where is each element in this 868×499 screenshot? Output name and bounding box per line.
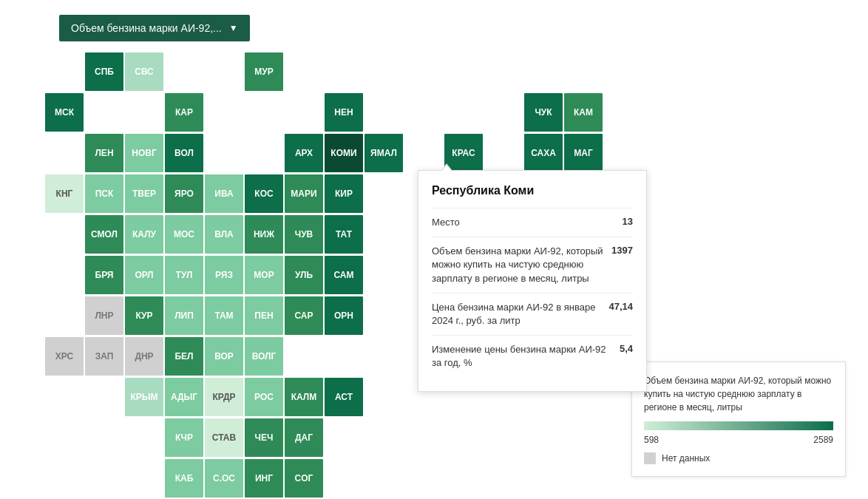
map-cell-1-4 <box>205 93 243 132</box>
map-cell-4-8 <box>365 215 403 254</box>
tooltip-row-2: Цена бензина марки АИ-92 в январе 2024 г… <box>432 293 633 335</box>
map-cell-2-7[interactable]: КОМИ <box>325 134 363 172</box>
map-cell-8-2[interactable]: КРЫМ <box>125 378 163 416</box>
map-cell-8-5[interactable]: РОС <box>245 378 283 416</box>
map-cell-5-1[interactable]: БРЯ <box>85 256 123 294</box>
map-cell-3-2[interactable]: ТВЕР <box>125 174 163 213</box>
tooltip-row-0: Место13 <box>432 208 633 237</box>
map-cell-9-6[interactable]: ДАГ <box>285 418 323 457</box>
map-cell-10-6[interactable]: COГ <box>285 459 323 498</box>
map-cell-0-5[interactable]: МУР <box>245 52 283 91</box>
map-cell-4-1[interactable]: СМОЛ <box>85 215 123 254</box>
map-cell-3-7[interactable]: КИР <box>325 174 363 213</box>
map-cell-9-13 <box>564 418 603 457</box>
map-cell-5-6[interactable]: УЛЬ <box>285 256 323 294</box>
map-cell-6-4[interactable]: ТАМ <box>205 296 243 335</box>
map-cell-2-12[interactable]: САХА <box>524 134 563 172</box>
map-cell-10-13 <box>564 459 603 498</box>
map-cell-2-1[interactable]: ЛЕН <box>85 134 123 172</box>
map-cell-10-1 <box>85 459 123 498</box>
map-cell-1-12[interactable]: ЧУК <box>524 93 563 132</box>
map-cell-6-7[interactable]: ОРН <box>325 296 363 335</box>
map-cell-0-6 <box>285 52 323 91</box>
map-cell-3-4[interactable]: ИВА <box>205 174 243 213</box>
map-cell-4-5[interactable]: НИЖ <box>245 215 283 254</box>
map-cell-7-3[interactable]: БЕЛ <box>165 337 203 376</box>
map-cell-1-10 <box>444 93 483 132</box>
map-cell-5-4[interactable]: РЯЗ <box>205 256 243 294</box>
map-cell-2-0 <box>45 134 84 172</box>
map-cell-0-2[interactable]: СВС <box>125 52 163 91</box>
map-row-2: ЛЕННОВГВОЛАРХКОМИЯМАЛКРАССАХАМАГ <box>44 133 606 173</box>
map-cell-3-5[interactable]: КОС <box>245 174 283 213</box>
map-cell-7-2[interactable]: ДНР <box>125 337 163 376</box>
map-cell-6-2[interactable]: КУР <box>125 296 163 335</box>
map-cell-2-13[interactable]: МАГ <box>564 134 603 172</box>
map-row-10: КАБС.ОСИНГCOГ <box>44 458 606 498</box>
map-cell-9-3[interactable]: КЧР <box>165 418 203 457</box>
dropdown-button[interactable]: Объем бензина марки АИ-92,... ▼ <box>59 15 250 41</box>
map-cell-4-7[interactable]: ТАТ <box>325 215 363 254</box>
tooltip-row-value: 47,14 <box>608 301 633 312</box>
map-cell-2-11 <box>484 134 523 172</box>
map-cell-6-5[interactable]: ПЕН <box>245 296 283 335</box>
map-cell-2-6[interactable]: АРХ <box>285 134 323 172</box>
map-cell-0-10 <box>444 52 483 91</box>
map-cell-4-6[interactable]: ЧУВ <box>285 215 323 254</box>
map-cell-9-5[interactable]: ЧЕЧ <box>245 418 283 457</box>
map-cell-9-9 <box>404 418 443 457</box>
map-cell-6-1[interactable]: ЛНР <box>85 296 123 335</box>
map-cell-0-9 <box>404 52 443 91</box>
tooltip-row-label: Цена бензина марки АИ-92 в январе 2024 г… <box>432 301 601 327</box>
map-cell-0-12 <box>524 52 563 91</box>
map-cell-6-3[interactable]: ЛИП <box>165 296 203 335</box>
map-cell-7-5[interactable]: ВОЛГ <box>245 337 283 376</box>
map-cell-7-1[interactable]: ЗАП <box>85 337 123 376</box>
map-cell-10-5[interactable]: ИНГ <box>245 459 283 498</box>
map-cell-4-2[interactable]: КАЛУ <box>125 215 163 254</box>
map-cell-8-3[interactable]: АДЫГ <box>165 378 203 416</box>
map-cell-1-3[interactable]: КАР <box>165 93 203 132</box>
map-cell-9-0 <box>45 418 84 457</box>
map-cell-2-3[interactable]: ВОЛ <box>165 134 203 172</box>
map-cell-10-0 <box>45 459 84 498</box>
map-cell-8-4[interactable]: КРДР <box>205 378 243 416</box>
tooltip-row-value: 5,4 <box>620 343 633 354</box>
map-cell-5-3[interactable]: ТУЛ <box>165 256 203 294</box>
map-cell-9-1 <box>85 418 123 457</box>
map-cell-1-13[interactable]: КАМ <box>564 93 603 132</box>
map-cell-4-4[interactable]: ВЛА <box>205 215 243 254</box>
map-cell-0-1[interactable]: СПБ <box>85 52 123 91</box>
map-cell-10-3[interactable]: КАБ <box>165 459 203 498</box>
map-cell-5-5[interactable]: МОР <box>245 256 283 294</box>
map-cell-3-8 <box>365 174 403 213</box>
map-cell-4-3[interactable]: МОС <box>165 215 203 254</box>
map-cell-1-0[interactable]: МСК <box>45 93 84 132</box>
map-cell-6-8 <box>365 296 403 335</box>
tooltip-title: Республика Коми <box>432 184 633 197</box>
map-cell-3-1[interactable]: ПСК <box>85 174 123 213</box>
map-cell-5-7[interactable]: САМ <box>325 256 363 294</box>
map-cell-0-3 <box>165 52 203 91</box>
map-cell-2-5 <box>245 134 283 172</box>
map-cell-3-3[interactable]: ЯРО <box>165 174 203 213</box>
map-cell-2-8[interactable]: ЯМАЛ <box>365 134 403 172</box>
map-cell-10-4[interactable]: С.ОС <box>205 459 243 498</box>
map-cell-3-6[interactable]: МАРИ <box>285 174 323 213</box>
map-cell-2-2[interactable]: НОВГ <box>125 134 163 172</box>
chevron-down-icon: ▼ <box>229 23 238 33</box>
map-cell-1-9 <box>404 93 443 132</box>
map-cell-9-4[interactable]: СТАВ <box>205 418 243 457</box>
map-cell-8-6[interactable]: КАЛМ <box>285 378 323 416</box>
map-cell-5-2[interactable]: ОРЛ <box>125 256 163 294</box>
map-cell-7-0[interactable]: ХРС <box>45 337 84 376</box>
map-cell-3-0[interactable]: КНГ <box>45 174 84 213</box>
map-cell-8-7[interactable]: АСТ <box>325 378 363 416</box>
map-cell-0-4 <box>205 52 243 91</box>
map-cell-7-4[interactable]: ВОР <box>205 337 243 376</box>
map-cell-10-8 <box>365 459 403 498</box>
map-cell-6-6[interactable]: САР <box>285 296 323 335</box>
map-cell-1-1 <box>85 93 123 132</box>
tooltip-row-1: Объем бензина марки АИ-92, который можно… <box>432 237 633 293</box>
map-cell-1-7[interactable]: НЕН <box>325 93 363 132</box>
